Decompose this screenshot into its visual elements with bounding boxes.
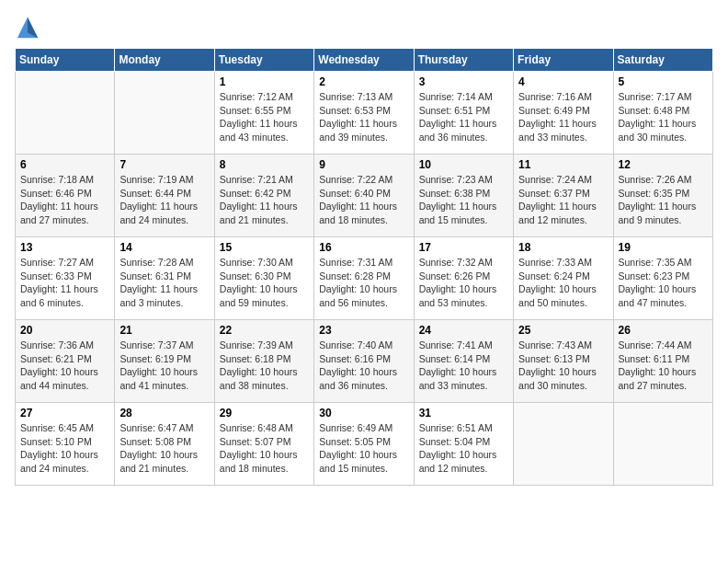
day-detail: Sunrise: 7:30 AM Sunset: 6:30 PM Dayligh…	[220, 256, 309, 310]
day-detail: Sunrise: 6:51 AM Sunset: 5:04 PM Dayligh…	[419, 421, 508, 476]
calendar-day-header: Friday	[514, 49, 613, 72]
calendar-cell: 10Sunrise: 7:23 AM Sunset: 6:38 PM Dayli…	[414, 155, 513, 237]
day-detail: Sunrise: 7:33 AM Sunset: 6:24 PM Dayligh…	[518, 256, 608, 310]
day-number: 27	[20, 407, 109, 419]
calendar-day-header: Wednesday	[314, 49, 414, 72]
logo	[15, 15, 44, 40]
day-number: 31	[419, 407, 508, 419]
calendar-cell: 24Sunrise: 7:41 AM Sunset: 6:14 PM Dayli…	[414, 320, 513, 403]
calendar-table: SundayMondayTuesdayWednesdayThursdayFrid…	[15, 48, 713, 486]
calendar-week-row: 13Sunrise: 7:27 AM Sunset: 6:33 PM Dayli…	[16, 237, 713, 320]
calendar-cell: 26Sunrise: 7:44 AM Sunset: 6:11 PM Dayli…	[613, 320, 712, 403]
day-number: 3	[419, 75, 508, 88]
day-detail: Sunrise: 7:22 AM Sunset: 6:40 PM Dayligh…	[319, 173, 408, 227]
calendar-week-row: 1Sunrise: 7:12 AM Sunset: 6:55 PM Daylig…	[16, 72, 713, 155]
day-detail: Sunrise: 7:32 AM Sunset: 6:26 PM Dayligh…	[419, 256, 508, 310]
day-number: 22	[220, 324, 309, 337]
day-detail: Sunrise: 7:27 AM Sunset: 6:33 PM Dayligh…	[20, 256, 109, 310]
calendar-day-header: Tuesday	[214, 49, 313, 72]
calendar-cell: 21Sunrise: 7:37 AM Sunset: 6:19 PM Dayli…	[115, 320, 214, 403]
page-header	[15, 15, 713, 40]
calendar-cell	[514, 403, 613, 486]
calendar-cell: 3Sunrise: 7:14 AM Sunset: 6:51 PM Daylig…	[414, 72, 513, 155]
day-number: 21	[119, 324, 209, 337]
day-detail: Sunrise: 7:13 AM Sunset: 6:53 PM Dayligh…	[319, 90, 408, 144]
day-detail: Sunrise: 7:14 AM Sunset: 6:51 PM Dayligh…	[419, 90, 508, 144]
day-detail: Sunrise: 7:28 AM Sunset: 6:31 PM Dayligh…	[119, 256, 209, 310]
day-detail: Sunrise: 6:47 AM Sunset: 5:08 PM Dayligh…	[119, 421, 209, 476]
calendar-week-row: 6Sunrise: 7:18 AM Sunset: 6:46 PM Daylig…	[16, 155, 713, 237]
calendar-cell: 11Sunrise: 7:24 AM Sunset: 6:37 PM Dayli…	[514, 155, 613, 237]
calendar-cell: 16Sunrise: 7:31 AM Sunset: 6:28 PM Dayli…	[314, 237, 414, 320]
day-detail: Sunrise: 6:48 AM Sunset: 5:07 PM Dayligh…	[220, 421, 309, 476]
day-detail: Sunrise: 7:31 AM Sunset: 6:28 PM Dayligh…	[319, 256, 408, 310]
day-detail: Sunrise: 7:21 AM Sunset: 6:42 PM Dayligh…	[220, 173, 309, 227]
day-detail: Sunrise: 7:37 AM Sunset: 6:19 PM Dayligh…	[119, 339, 209, 393]
day-number: 28	[119, 407, 209, 419]
day-number: 26	[619, 324, 708, 337]
day-detail: Sunrise: 7:36 AM Sunset: 6:21 PM Dayligh…	[20, 339, 109, 393]
day-detail: Sunrise: 7:17 AM Sunset: 6:48 PM Dayligh…	[619, 90, 708, 144]
calendar-body: 1Sunrise: 7:12 AM Sunset: 6:55 PM Daylig…	[16, 72, 713, 486]
day-detail: Sunrise: 7:16 AM Sunset: 6:49 PM Dayligh…	[518, 90, 608, 144]
calendar-week-row: 20Sunrise: 7:36 AM Sunset: 6:21 PM Dayli…	[16, 320, 713, 403]
calendar-cell: 19Sunrise: 7:35 AM Sunset: 6:23 PM Dayli…	[613, 237, 712, 320]
day-number: 29	[220, 407, 309, 419]
day-number: 17	[419, 241, 508, 254]
day-number: 11	[518, 158, 608, 171]
day-detail: Sunrise: 6:49 AM Sunset: 5:05 PM Dayligh…	[319, 421, 408, 476]
calendar-cell: 4Sunrise: 7:16 AM Sunset: 6:49 PM Daylig…	[514, 72, 613, 155]
day-number: 14	[119, 241, 209, 254]
calendar-cell	[115, 72, 214, 155]
calendar-cell: 14Sunrise: 7:28 AM Sunset: 6:31 PM Dayli…	[115, 237, 214, 320]
day-number: 5	[619, 75, 708, 88]
day-number: 15	[220, 241, 309, 254]
calendar-cell: 18Sunrise: 7:33 AM Sunset: 6:24 PM Dayli…	[514, 237, 613, 320]
calendar-cell: 15Sunrise: 7:30 AM Sunset: 6:30 PM Dayli…	[214, 237, 313, 320]
calendar-day-header: Sunday	[16, 49, 115, 72]
day-number: 16	[319, 241, 408, 254]
calendar-cell: 13Sunrise: 7:27 AM Sunset: 6:33 PM Dayli…	[16, 237, 115, 320]
day-detail: Sunrise: 7:23 AM Sunset: 6:38 PM Dayligh…	[419, 173, 508, 227]
calendar-cell: 12Sunrise: 7:26 AM Sunset: 6:35 PM Dayli…	[613, 155, 712, 237]
calendar-day-header: Saturday	[613, 49, 712, 72]
day-number: 19	[619, 241, 708, 254]
day-number: 8	[220, 158, 309, 171]
day-number: 25	[518, 324, 608, 337]
day-detail: Sunrise: 7:24 AM Sunset: 6:37 PM Dayligh…	[518, 173, 608, 227]
day-detail: Sunrise: 7:19 AM Sunset: 6:44 PM Dayligh…	[119, 173, 209, 227]
day-number: 2	[319, 75, 408, 88]
day-detail: Sunrise: 7:40 AM Sunset: 6:16 PM Dayligh…	[319, 339, 408, 393]
calendar-day-header: Monday	[115, 49, 214, 72]
day-number: 30	[319, 407, 408, 419]
calendar-week-row: 27Sunrise: 6:45 AM Sunset: 5:10 PM Dayli…	[16, 403, 713, 486]
day-number: 9	[319, 158, 408, 171]
day-detail: Sunrise: 7:26 AM Sunset: 6:35 PM Dayligh…	[619, 173, 708, 227]
day-number: 12	[619, 158, 708, 171]
calendar-cell: 8Sunrise: 7:21 AM Sunset: 6:42 PM Daylig…	[214, 155, 313, 237]
day-detail: Sunrise: 7:35 AM Sunset: 6:23 PM Dayligh…	[619, 256, 708, 310]
day-detail: Sunrise: 7:39 AM Sunset: 6:18 PM Dayligh…	[220, 339, 309, 393]
calendar-day-header: Thursday	[414, 49, 513, 72]
calendar-header-row: SundayMondayTuesdayWednesdayThursdayFrid…	[16, 49, 713, 72]
logo-icon	[15, 15, 40, 40]
calendar-cell: 25Sunrise: 7:43 AM Sunset: 6:13 PM Dayli…	[514, 320, 613, 403]
day-detail: Sunrise: 7:43 AM Sunset: 6:13 PM Dayligh…	[518, 339, 608, 393]
day-detail: Sunrise: 7:12 AM Sunset: 6:55 PM Dayligh…	[220, 90, 309, 144]
calendar-cell: 2Sunrise: 7:13 AM Sunset: 6:53 PM Daylig…	[314, 72, 414, 155]
calendar-cell: 20Sunrise: 7:36 AM Sunset: 6:21 PM Dayli…	[16, 320, 115, 403]
day-number: 10	[419, 158, 508, 171]
day-number: 20	[20, 324, 109, 337]
day-number: 6	[20, 158, 109, 171]
day-detail: Sunrise: 7:44 AM Sunset: 6:11 PM Dayligh…	[619, 339, 708, 393]
day-detail: Sunrise: 7:41 AM Sunset: 6:14 PM Dayligh…	[419, 339, 508, 393]
day-number: 4	[518, 75, 608, 88]
day-number: 18	[518, 241, 608, 254]
day-detail: Sunrise: 6:45 AM Sunset: 5:10 PM Dayligh…	[20, 421, 109, 476]
day-number: 1	[220, 75, 309, 88]
day-number: 13	[20, 241, 109, 254]
calendar-cell	[16, 72, 115, 155]
calendar-cell: 28Sunrise: 6:47 AM Sunset: 5:08 PM Dayli…	[115, 403, 214, 486]
calendar-cell: 31Sunrise: 6:51 AM Sunset: 5:04 PM Dayli…	[414, 403, 513, 486]
day-number: 23	[319, 324, 408, 337]
